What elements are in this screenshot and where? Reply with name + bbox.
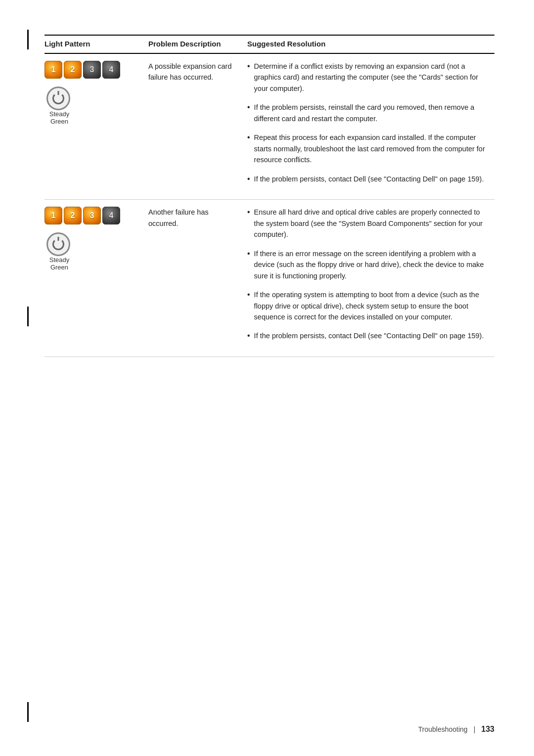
footer: Troubleshooting | 133 — [0, 725, 534, 734]
power-button-icon — [46, 87, 70, 110]
col-header-problem: Problem Description — [143, 35, 242, 53]
led-button-1: 1 — [44, 207, 62, 224]
led-button-3: 3 — [83, 61, 101, 79]
table-row: 1234SteadyGreenAnother failure has occur… — [44, 200, 494, 357]
led-row: 1234 — [44, 61, 120, 79]
page-container: Light Pattern Problem Description Sugges… — [0, 0, 534, 756]
led-button-3: 3 — [83, 207, 101, 224]
problem-description-cell: A possible expansion card failure has oc… — [143, 53, 242, 200]
led-button-1: 1 — [44, 61, 62, 79]
led-button-2: 2 — [64, 207, 82, 224]
led-button-4: 4 — [102, 61, 120, 79]
footer-pipe: | — [474, 725, 476, 733]
footer-page-number: 133 — [481, 725, 494, 734]
col-header-resolution: Suggested Resolution — [242, 35, 494, 53]
resolution-item: If the problem persists, reinstall the c… — [247, 102, 490, 124]
resolution-item: If the problem persists, contact Dell (s… — [247, 330, 490, 341]
footer-section-label: Troubleshooting — [418, 725, 468, 733]
resolution-item: If the operating system is attempting to… — [247, 289, 490, 322]
margin-bar-bottom — [27, 702, 29, 722]
margin-bar-middle — [27, 307, 29, 326]
resolution-list: Ensure all hard drive and optical drive … — [247, 207, 490, 342]
margin-bar-top — [27, 30, 29, 49]
col-header-light-pattern: Light Pattern — [44, 35, 143, 53]
light-pattern-cell: 1234SteadyGreen — [44, 200, 143, 357]
table-header-row: Light Pattern Problem Description Sugges… — [44, 35, 494, 53]
problem-description-cell: Another failure has occurred. — [143, 200, 242, 357]
resolution-item: If the problem persists, contact Dell (s… — [247, 174, 490, 184]
resolution-item: Determine if a conflict exists by removi… — [247, 61, 490, 94]
resolution-item: Ensure all hard drive and optical drive … — [247, 207, 490, 240]
main-table: Light Pattern Problem Description Sugges… — [44, 35, 494, 357]
table-row: 1234SteadyGreenA possible expansion card… — [44, 53, 494, 200]
resolution-list: Determine if a conflict exists by removi… — [247, 61, 490, 184]
steady-green-label: SteadyGreen — [49, 256, 69, 271]
led-button-4: 4 — [102, 207, 120, 224]
steady-green-label: SteadyGreen — [49, 110, 69, 125]
power-button-icon — [46, 232, 70, 256]
led-row: 1234 — [44, 207, 120, 224]
resolution-item: If there is an error message on the scre… — [247, 248, 490, 281]
resolution-cell: Determine if a conflict exists by removi… — [242, 53, 494, 200]
resolution-cell: Ensure all hard drive and optical drive … — [242, 200, 494, 357]
light-pattern-cell: 1234SteadyGreen — [44, 53, 143, 200]
resolution-item: Repeat this process for each expansion c… — [247, 132, 490, 165]
led-button-2: 2 — [64, 61, 82, 79]
